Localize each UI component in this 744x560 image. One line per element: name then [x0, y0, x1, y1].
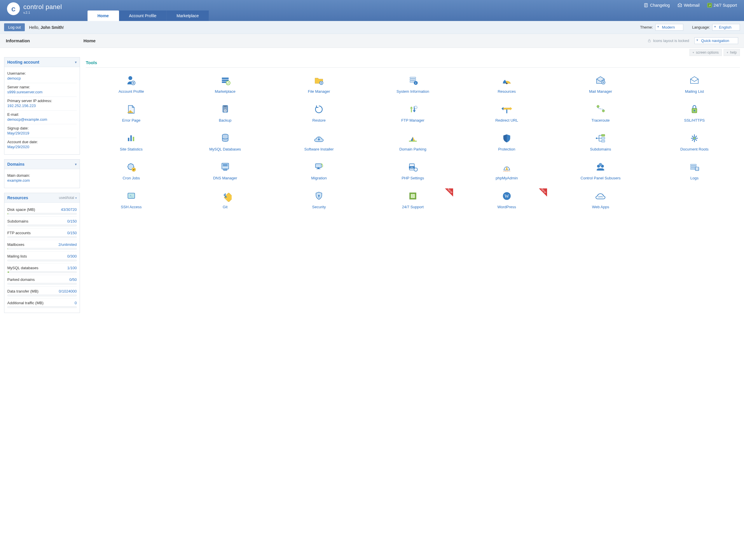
- due-date-link[interactable]: May/29/2020: [7, 145, 77, 149]
- tools-heading: Tools: [86, 57, 740, 67]
- tab-home[interactable]: Home: [87, 10, 119, 21]
- svg-point-53: [414, 168, 417, 171]
- theme-select[interactable]: Modern: [655, 24, 683, 31]
- resource-value-link[interactable]: 0/1024000: [59, 289, 77, 293]
- tool-migration[interactable]: Migration: [273, 161, 364, 181]
- resource-value-link[interactable]: 2/unlimited: [58, 242, 77, 247]
- chevron-down-icon: ▾: [75, 61, 77, 64]
- resource-row: Subdomains0/150: [7, 217, 77, 228]
- resources-toggle[interactable]: Resources used/total: [4, 193, 80, 203]
- ip-link[interactable]: 192.252.156.223: [7, 104, 77, 108]
- tool-file-manager[interactable]: File Manager: [273, 74, 364, 94]
- tool-mailing-list[interactable]: Mailing List: [649, 74, 740, 94]
- username-link[interactable]: democp: [7, 76, 77, 80]
- tool-label: MySQL Databases: [181, 147, 270, 152]
- tool-subdomains[interactable]: Subdomains: [555, 132, 646, 152]
- tool-error-page[interactable]: ! Error Page: [86, 103, 177, 123]
- tool-redirect-url[interactable]: Redirect URL: [461, 103, 552, 123]
- tool-ssh-access[interactable]: >_ SSH Access: [86, 190, 177, 210]
- tool-label: WordPress: [462, 205, 551, 210]
- brand-logo[interactable]: c control panel v.2.1: [7, 2, 62, 15]
- tool-document-roots[interactable]: Document Roots: [649, 132, 740, 152]
- tool-web-apps[interactable]: APPS Web Apps: [555, 190, 646, 210]
- resource-value-link[interactable]: 0/150: [67, 231, 77, 235]
- tool-support[interactable]: 24/7 Support: [367, 190, 458, 210]
- layout-lock-indicator: Icons layout is locked: [647, 39, 689, 43]
- security-icon: [274, 190, 363, 202]
- tool-resources[interactable]: Resources: [461, 74, 552, 94]
- tool-mysql-databases[interactable]: MySQL Databases: [180, 132, 271, 152]
- tool-label: Document Roots: [650, 147, 739, 152]
- tool-phpmyadmin[interactable]: phpMyAdmin phpMyAdmin: [461, 161, 552, 181]
- tool-software-installer[interactable]: Software Installer: [273, 132, 364, 152]
- resource-value-link[interactable]: 0: [75, 301, 77, 305]
- tool-mail-manager[interactable]: Mail Manager: [555, 74, 646, 94]
- resource-value-link[interactable]: 1/100: [67, 266, 77, 270]
- logo-circle-icon: c: [7, 2, 20, 15]
- tool-logs[interactable]: LOGS Logs: [649, 161, 740, 181]
- resource-row: Data transfer (MB)0/1024000: [7, 287, 77, 298]
- email-link[interactable]: democp@example.com: [7, 117, 77, 122]
- svg-rect-37: [602, 140, 605, 142]
- tool-protection[interactable]: Protection: [461, 132, 552, 152]
- server-link[interactable]: s999.sureserver.com: [7, 90, 77, 94]
- support-icon: [369, 190, 457, 202]
- tool-ssl-https[interactable]: SSL/HTTPS: [649, 103, 740, 123]
- tool-label: PHP Settings: [369, 176, 457, 181]
- help-button[interactable]: help: [723, 49, 740, 56]
- tool-site-statistics[interactable]: Site Statistics: [86, 132, 177, 152]
- web-apps-icon: APPS: [556, 190, 645, 202]
- tool-backup[interactable]: Backup: [180, 103, 271, 123]
- resource-row: FTP accounts0/150: [7, 228, 77, 240]
- svg-text:!: !: [130, 111, 131, 113]
- tool-domain-parking[interactable]: Domain Parking: [367, 132, 458, 152]
- svg-point-68: [226, 196, 227, 197]
- tool-label: Software Installer: [274, 147, 363, 152]
- tool-label: Account Profile: [87, 89, 176, 94]
- tool-restore[interactable]: Restore: [273, 103, 364, 123]
- resource-value-link[interactable]: 0/150: [67, 219, 77, 224]
- language-select[interactable]: English: [712, 24, 740, 31]
- svg-rect-35: [602, 134, 605, 136]
- tab-marketplace[interactable]: Marketplace: [166, 10, 209, 21]
- progress-bar: [7, 236, 77, 238]
- tool-system-information[interactable]: i System Information: [367, 74, 458, 94]
- tool-account-profile[interactable]: Account Profile: [86, 74, 177, 94]
- resource-row: Mailing lists0/300: [7, 252, 77, 264]
- domains-toggle[interactable]: Domains▾: [4, 160, 80, 169]
- quick-navigation-select[interactable]: Quick navigation: [695, 37, 738, 44]
- tab-account-profile[interactable]: Account Profile: [119, 10, 166, 21]
- resource-value-link[interactable]: 43/30720: [61, 207, 77, 212]
- tool-control-panel-subusers[interactable]: Control Panel Subusers: [555, 161, 646, 181]
- tool-label: Redirect URL: [462, 118, 551, 123]
- tool-label: Backup: [181, 118, 270, 123]
- svg-rect-24: [506, 109, 507, 113]
- screen-options-button[interactable]: screen options: [690, 49, 722, 56]
- subdomains-icon: [556, 132, 645, 145]
- system-information-icon: i: [369, 74, 457, 87]
- tool-php-settings[interactable]: php PHP Settings: [367, 161, 458, 181]
- main-domain-link[interactable]: example.com: [7, 178, 77, 183]
- tool-marketplace[interactable]: Marketplace: [180, 74, 271, 94]
- tool-wordpress[interactable]: W WordPress: [461, 190, 552, 210]
- logout-button[interactable]: Log out: [4, 23, 25, 31]
- hosting-account-toggle[interactable]: Hosting account▾: [4, 57, 80, 67]
- tool-security[interactable]: Security: [273, 190, 364, 210]
- software-installer-icon: [274, 132, 363, 145]
- svg-rect-70: [319, 196, 320, 197]
- tool-traceroute[interactable]: Traceroute: [555, 103, 646, 123]
- changelog-link[interactable]: Changelog: [644, 3, 670, 8]
- svg-point-17: [506, 83, 507, 84]
- tool-dns-manager[interactable]: DNS DNS Manager: [180, 161, 271, 181]
- tool-cron-jobs[interactable]: Cron Jobs: [86, 161, 177, 181]
- tool-label: Git: [181, 205, 270, 210]
- svg-rect-58: [691, 164, 697, 166]
- tool-ftp-manager[interactable]: FTP Manager: [367, 103, 458, 123]
- resource-value-link[interactable]: 0/50: [69, 277, 77, 282]
- webmail-link[interactable]: Webmail: [677, 3, 700, 8]
- signup-date-link[interactable]: May/29/2019: [7, 131, 77, 135]
- support-link[interactable]: ↗ 24/7 Support: [707, 3, 737, 8]
- tool-git[interactable]: Git: [180, 190, 271, 210]
- resource-value-link[interactable]: 0/300: [67, 254, 77, 258]
- sub-bar: Log out Hello, John Smith! Theme: Modern…: [0, 21, 744, 34]
